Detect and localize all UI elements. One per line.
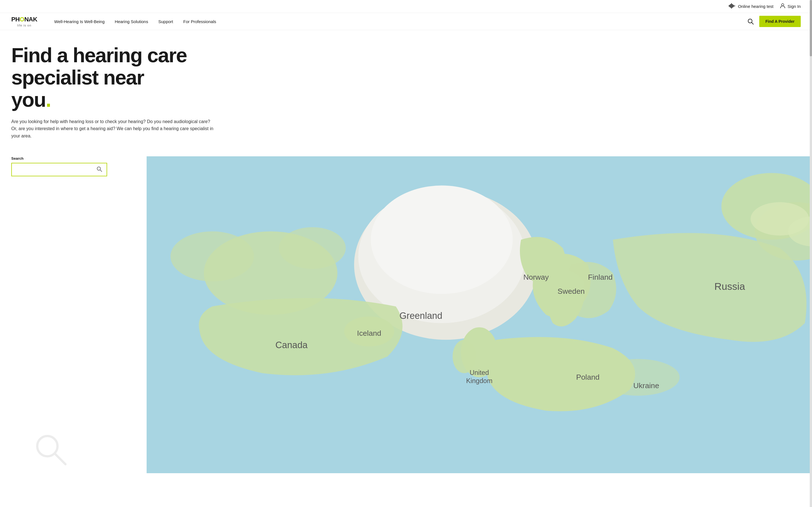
world-map-svg: Greenland Iceland Finland Sweden Norway … <box>147 156 812 473</box>
main-navigation: PHONAK life is on Well-Hearing Is Well-B… <box>0 13 812 30</box>
search-input-icon <box>96 166 102 173</box>
map-label-canada: Canada <box>275 340 308 350</box>
map-label-iceland: Iceland <box>357 329 381 337</box>
hearing-test-label: Online hearing test <box>738 4 773 9</box>
svg-rect-4 <box>733 5 734 7</box>
svg-point-24 <box>453 340 476 373</box>
svg-line-8 <box>752 22 753 24</box>
nav-for-professionals[interactable]: For Professionals <box>183 19 216 24</box>
sign-in-link[interactable]: Sign In <box>780 3 801 9</box>
svg-rect-2 <box>731 3 732 8</box>
hero-subtitle: Are you looking for help with hearing lo… <box>11 118 214 140</box>
svg-point-26 <box>596 359 679 396</box>
svg-point-21 <box>371 186 513 294</box>
hero-title-dot: . <box>46 89 51 111</box>
svg-rect-3 <box>732 4 733 8</box>
nav-links: Well-Hearing Is Well-Being Hearing Solut… <box>54 19 735 24</box>
nav-support[interactable]: Support <box>158 19 173 24</box>
search-panel: Search <box>0 156 147 473</box>
svg-line-10 <box>100 170 102 172</box>
map-label-uk: United <box>470 369 489 376</box>
sound-wave-icon <box>729 3 735 9</box>
logo-tagline: life is on <box>11 24 37 27</box>
svg-line-12 <box>55 454 65 464</box>
find-provider-button[interactable]: Find A Provider <box>759 16 801 27</box>
online-hearing-test-link[interactable]: Online hearing test <box>729 3 773 9</box>
map-label-poland: Poland <box>576 373 599 382</box>
brand-name: PHONAK <box>11 16 37 23</box>
search-watermark-icon <box>34 433 68 467</box>
sign-in-label: Sign In <box>788 4 801 9</box>
svg-rect-1 <box>730 4 731 8</box>
nav-hearing-solutions[interactable]: Hearing Solutions <box>115 19 148 24</box>
hero-section: Find a hearing care specialist near you.… <box>0 30 254 145</box>
map-label-russia: Russia <box>714 281 745 292</box>
map-label-finland: Finland <box>588 273 613 282</box>
svg-point-6 <box>781 4 784 6</box>
person-icon <box>780 3 785 9</box>
map-label-greenland: Greenland <box>400 311 442 321</box>
svg-point-18 <box>279 227 346 269</box>
top-utility-bar: Online hearing test Sign In <box>0 0 812 13</box>
scrollbar[interactable] <box>810 0 812 473</box>
nav-well-hearing[interactable]: Well-Hearing Is Well-Being <box>54 19 105 24</box>
svg-point-17 <box>170 231 254 282</box>
hero-title: Find a hearing care specialist near you. <box>11 44 243 111</box>
content-area: Search <box>0 156 812 473</box>
map-label-norway: Norway <box>523 273 549 282</box>
svg-rect-5 <box>734 6 735 6</box>
svg-rect-0 <box>729 5 730 7</box>
nav-search-button[interactable] <box>746 17 755 25</box>
map-area: Greenland Iceland Finland Sweden Norway … <box>147 156 812 473</box>
map-label-uk2: Kingdom <box>466 378 492 385</box>
map-label-sweden: Sweden <box>558 287 585 296</box>
map-label-ukraine: Ukraine <box>633 381 659 390</box>
scrollbar-thumb[interactable] <box>810 0 812 56</box>
search-input[interactable] <box>16 167 96 172</box>
nav-right-actions: Find A Provider <box>746 16 801 27</box>
search-input-wrapper[interactable] <box>11 163 107 176</box>
search-label: Search <box>11 156 135 161</box>
logo[interactable]: PHONAK life is on <box>11 16 37 27</box>
